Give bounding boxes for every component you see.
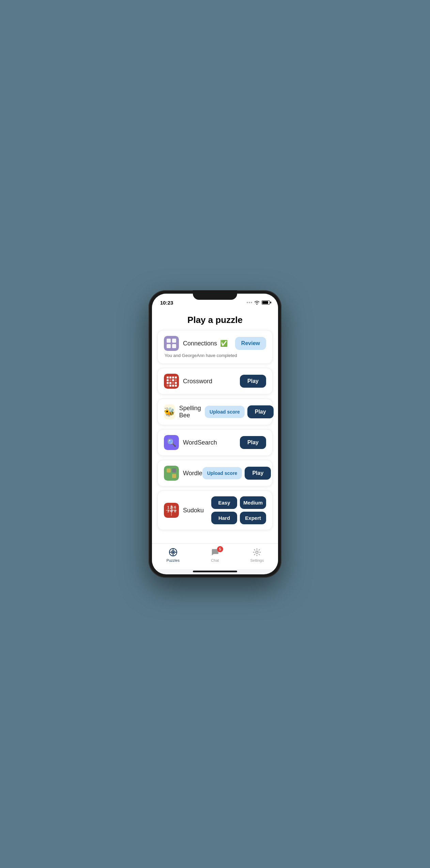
crossword-card-row: Crossword Play — [164, 374, 266, 389]
nav-settings-label: Settings — [250, 558, 264, 562]
notch — [193, 290, 237, 300]
nav-puzzles-icon-wrap — [168, 547, 179, 557]
svg-rect-24 — [164, 466, 179, 481]
spelling-bee-name: Spelling Bee — [179, 405, 205, 419]
svg-rect-28 — [172, 474, 176, 478]
svg-rect-14 — [167, 382, 169, 384]
nav-settings[interactable]: Settings — [236, 547, 278, 562]
svg-rect-11 — [169, 379, 171, 381]
home-indicator — [193, 571, 237, 572]
wordsearch-card-row: 🔍 WordSearch Play — [164, 435, 266, 450]
chat-badge: 5 — [217, 546, 223, 552]
crossword-card: Crossword Play — [157, 368, 273, 394]
sudoku-card: 1 2 3 4 5 6 7 8 Sudoku — [157, 491, 273, 530]
connections-icon — [164, 336, 179, 351]
svg-text:5 6: 5 6 — [171, 506, 176, 509]
phone-screen: 10:23 Play a puzzle — [152, 294, 278, 574]
svg-rect-19 — [169, 385, 171, 387]
wordsearch-card: 🔍 WordSearch Play — [157, 429, 273, 456]
sudoku-easy-button[interactable]: Easy — [211, 496, 237, 509]
svg-rect-9 — [175, 376, 177, 378]
page-title: Play a puzzle — [152, 309, 278, 330]
crossword-name: Crossword — [183, 378, 212, 385]
svg-rect-21 — [175, 385, 177, 387]
crossword-icon — [164, 374, 179, 389]
wordle-card-row: Wordle Upload score Play — [164, 466, 266, 481]
spelling-bee-card-left: 🐝 Spelling Bee — [164, 404, 205, 419]
connections-subtitle: You and GeorgeAnn have completed — [164, 353, 266, 358]
wordsearch-card-left: 🔍 WordSearch — [164, 435, 217, 450]
wordsearch-play-button[interactable]: Play — [240, 436, 266, 449]
svg-rect-17 — [175, 382, 177, 384]
wordle-icon — [164, 466, 179, 481]
wordle-card: Wordle Upload score Play — [157, 460, 273, 486]
svg-rect-3 — [167, 344, 171, 348]
cards-container: Connections ✅ Review You and GeorgeAnn h… — [152, 330, 278, 533]
spelling-bee-play-button[interactable]: Play — [247, 405, 274, 418]
wordle-card-left: Wordle — [164, 466, 202, 481]
status-time: 10:23 — [160, 300, 173, 306]
svg-rect-12 — [172, 379, 174, 381]
wordle-name: Wordle — [183, 470, 202, 477]
crossword-card-left: Crossword — [164, 374, 212, 389]
wordsearch-icon: 🔍 — [164, 435, 179, 450]
svg-rect-27 — [167, 474, 171, 478]
sudoku-expert-button[interactable]: Expert — [240, 512, 266, 524]
sudoku-card-row: 1 2 3 4 5 6 7 8 Sudoku — [164, 496, 266, 524]
svg-point-43 — [256, 551, 258, 553]
wordle-play-button[interactable]: Play — [245, 467, 271, 480]
nav-puzzles-label: Puzzles — [166, 558, 180, 562]
svg-rect-2 — [172, 339, 176, 343]
nav-settings-icon-wrap — [251, 547, 262, 557]
wordle-upload-button[interactable]: Upload score — [202, 467, 242, 479]
svg-text:🔍: 🔍 — [167, 438, 176, 447]
wordsearch-name: WordSearch — [183, 439, 217, 446]
wordle-actions: Upload score Play — [202, 467, 271, 480]
nav-chat-label: Chat — [211, 558, 219, 562]
svg-point-42 — [172, 551, 174, 553]
spelling-bee-upload-button[interactable]: Upload score — [205, 406, 245, 418]
screen-content: Play a puzzle — [152, 309, 278, 543]
svg-rect-20 — [172, 385, 174, 387]
battery-icon — [262, 300, 270, 305]
bottom-nav: Puzzles 5 Chat Settings — [152, 543, 278, 569]
svg-rect-1 — [167, 339, 171, 343]
signal-icon — [247, 302, 252, 303]
connections-card-row: Connections ✅ Review — [164, 336, 266, 351]
spelling-bee-card: 🐝 Spelling Bee Upload score Play — [157, 399, 273, 425]
nav-chat[interactable]: 5 Chat — [194, 547, 236, 562]
svg-rect-0 — [164, 336, 179, 351]
svg-text:7 8: 7 8 — [171, 509, 176, 513]
svg-rect-25 — [167, 468, 171, 472]
sudoku-icon: 1 2 3 4 5 6 7 8 — [164, 503, 179, 518]
connections-card-left: Connections ✅ — [164, 336, 228, 351]
nav-puzzles[interactable]: Puzzles — [152, 547, 194, 562]
connections-review-button[interactable]: Review — [235, 337, 266, 350]
connections-checkmark: ✅ — [220, 340, 228, 347]
svg-rect-8 — [172, 376, 174, 378]
sudoku-actions: Easy Medium Hard Expert — [211, 496, 266, 524]
puzzle-icon — [169, 548, 178, 557]
svg-rect-10 — [167, 379, 169, 381]
sudoku-medium-button[interactable]: Medium — [240, 496, 266, 509]
connections-name: Connections — [183, 340, 217, 347]
svg-rect-7 — [169, 376, 171, 378]
connections-card: Connections ✅ Review You and GeorgeAnn h… — [157, 330, 273, 364]
wifi-icon — [254, 300, 260, 305]
svg-rect-26 — [172, 468, 176, 472]
svg-rect-18 — [167, 385, 169, 387]
spelling-bee-actions: Upload score Play — [205, 405, 274, 418]
status-icons — [247, 300, 270, 305]
crossword-play-button[interactable]: Play — [240, 375, 266, 388]
nav-chat-icon-wrap: 5 — [210, 547, 220, 557]
svg-rect-6 — [167, 376, 169, 378]
svg-rect-13 — [175, 379, 177, 381]
gear-icon — [252, 548, 261, 557]
svg-rect-15 — [169, 382, 171, 384]
phone-frame: 10:23 Play a puzzle — [149, 290, 281, 578]
spelling-bee-icon: 🐝 — [164, 404, 175, 419]
sudoku-hard-button[interactable]: Hard — [211, 512, 237, 524]
svg-rect-16 — [172, 382, 174, 384]
svg-rect-4 — [172, 344, 176, 348]
sudoku-name: Sudoku — [183, 507, 204, 514]
